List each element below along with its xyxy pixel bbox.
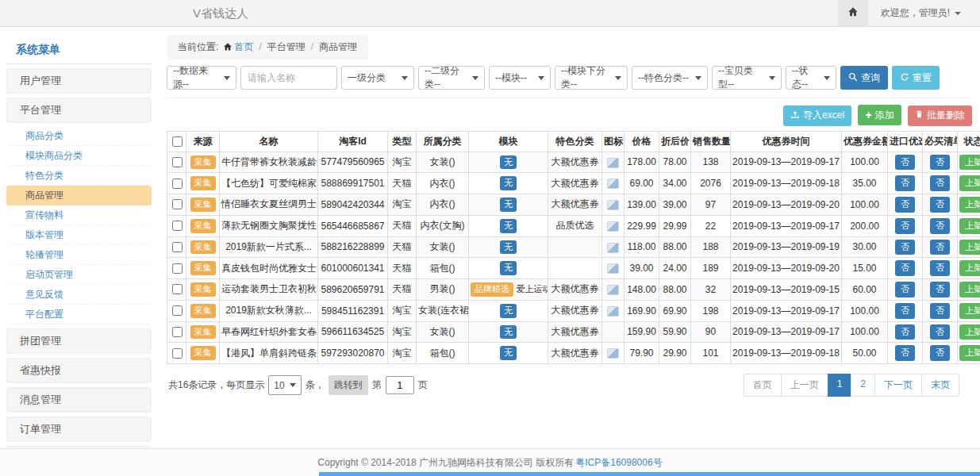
user-menu[interactable]: 欢迎您，管理员!: [868, 6, 980, 20]
module-sub-select[interactable]: --模块下分类--: [555, 66, 628, 90]
module-select[interactable]: --模块--: [489, 66, 551, 90]
row-checkbox[interactable]: [172, 348, 183, 359]
sidebar-subitem[interactable]: 意见反馈: [6, 285, 152, 305]
reset-button[interactable]: 重置: [892, 66, 940, 90]
table-row: 采集 2019新款一片式系... 588216228899 天猫 女装() 无 …: [167, 236, 980, 258]
must-buy-toggle[interactable]: 否: [930, 197, 950, 213]
status-toggle[interactable]: 上架: [959, 240, 980, 255]
type-cell: 淘宝: [388, 343, 417, 364]
feature-category-select[interactable]: --特色分类--: [632, 66, 708, 90]
icon-cell: [602, 194, 625, 216]
must-buy-toggle[interactable]: 否: [930, 324, 950, 340]
import-choice-toggle[interactable]: 否: [895, 324, 915, 340]
must-buy-toggle[interactable]: 否: [930, 345, 950, 361]
row-checkbox[interactable]: [172, 199, 183, 209]
must-buy-toggle[interactable]: 否: [930, 260, 950, 276]
import-choice-toggle[interactable]: 否: [895, 175, 915, 191]
status-toggle[interactable]: 上架: [959, 260, 980, 276]
coupon-time-cell: 2019-09-13—2019-09-17: [731, 300, 842, 321]
must-buy-toggle[interactable]: 否: [930, 175, 950, 191]
sidebar-subitem[interactable]: 模块商品分类: [6, 146, 152, 166]
home-button[interactable]: [838, 0, 868, 26]
status-toggle[interactable]: 上架: [959, 218, 980, 234]
import-excel-button[interactable]: 导入excel: [783, 106, 851, 126]
horizontal-scrollbar-thumb[interactable]: [319, 472, 980, 476]
row-checkbox[interactable]: [172, 305, 183, 316]
icon-cell: [602, 343, 625, 364]
sidebar-subitem[interactable]: 轮播管理: [6, 245, 152, 265]
sidebar-item-user-mgmt[interactable]: 用户管理: [6, 68, 152, 94]
row-checkbox[interactable]: [172, 263, 183, 274]
must-buy-toggle[interactable]: 否: [930, 218, 950, 234]
status-toggle[interactable]: 上架: [959, 324, 980, 340]
page-2-button[interactable]: 2: [851, 374, 875, 397]
sidebar-item[interactable]: 省惠快报: [6, 358, 152, 383]
status-toggle[interactable]: 上架: [959, 155, 980, 171]
row-checkbox[interactable]: [172, 157, 183, 167]
add-button[interactable]: + 添加: [858, 105, 901, 125]
must-buy-toggle[interactable]: 否: [930, 282, 950, 298]
data-source-select[interactable]: --数据来源--: [167, 66, 236, 90]
sidebar-subitem[interactable]: 平台配置: [6, 305, 152, 324]
import-choice-toggle[interactable]: 否: [895, 345, 915, 361]
import-choice-toggle[interactable]: 否: [895, 282, 915, 298]
prev-page-button[interactable]: 上一页: [781, 374, 828, 397]
import-choice-toggle[interactable]: 否: [895, 240, 915, 255]
must-buy-toggle[interactable]: 否: [930, 303, 950, 319]
category2-select[interactable]: --二级分类--: [418, 66, 485, 90]
status-select[interactable]: --状态--: [786, 66, 836, 90]
jump-page-input[interactable]: [386, 376, 414, 394]
import-choice-toggle[interactable]: 否: [895, 303, 915, 319]
column-header: 淘客Id: [318, 131, 388, 152]
batch-delete-button[interactable]: 批量删除: [908, 106, 972, 126]
sidebar-item[interactable]: 订单管理: [6, 416, 152, 442]
sidebar-subitem[interactable]: 宣传物料: [6, 205, 152, 225]
icon-cell: [602, 236, 625, 258]
row-checkbox[interactable]: [172, 284, 183, 294]
status-toggle[interactable]: 上架: [959, 303, 980, 319]
sidebar-subitem[interactable]: 启动页管理: [6, 265, 152, 285]
row-checkbox[interactable]: [172, 242, 183, 252]
breadcrumb-home-link[interactable]: 首页: [234, 41, 253, 52]
last-page-button[interactable]: 末页: [921, 374, 959, 397]
status-toggle[interactable]: 上架: [959, 282, 980, 298]
status-toggle[interactable]: 上架: [959, 197, 980, 213]
sidebar-item-platform-mgmt[interactable]: 平台管理: [6, 98, 152, 123]
select-all-checkbox[interactable]: [172, 136, 183, 147]
first-page-button[interactable]: 首页: [744, 374, 782, 397]
sidebar-item[interactable]: 拼团管理: [6, 328, 152, 354]
taoke-id: 596611634525: [318, 321, 388, 343]
page-1-button[interactable]: 1: [828, 374, 852, 397]
row-checkbox[interactable]: [172, 327, 183, 337]
must-buy-toggle[interactable]: 否: [930, 240, 950, 255]
category-cell: 女装(): [417, 236, 469, 258]
sidebar-item[interactable]: 消息管理: [6, 387, 152, 413]
import-choice-toggle[interactable]: 否: [895, 260, 915, 276]
status-toggle[interactable]: 上架: [959, 345, 980, 361]
row-checkbox[interactable]: [172, 221, 183, 231]
sidebar-subitem[interactable]: 商品管理: [6, 186, 152, 205]
category1-select[interactable]: 一级分类: [341, 66, 414, 90]
sidebar-subitem[interactable]: 商品分类: [6, 126, 152, 146]
item-type-select[interactable]: --宝贝类型--: [712, 66, 782, 90]
source-badge: 采集: [190, 304, 216, 318]
status-toggle[interactable]: 上架: [959, 175, 980, 191]
row-checkbox[interactable]: [172, 178, 183, 189]
sidebar-subitem[interactable]: 版本管理: [6, 225, 152, 245]
per-page-select[interactable]: 10: [268, 375, 301, 395]
must-buy-toggle[interactable]: 否: [930, 155, 950, 171]
icp-link[interactable]: 粤ICP备16098006号: [575, 456, 662, 470]
sidebar-subitem[interactable]: 特色分类: [6, 166, 152, 186]
jump-button[interactable]: 跳转到: [329, 375, 368, 395]
search-button[interactable]: 查询: [840, 66, 888, 90]
sales-cell: 138: [691, 152, 731, 173]
import-choice-toggle[interactable]: 否: [895, 155, 915, 171]
taoke-id: 589620659791: [318, 279, 388, 301]
name-search-input[interactable]: [240, 66, 337, 90]
product-name: 牛仔背带裤女秋装减龄...: [220, 152, 318, 173]
topbar: V省钱达人 欢迎您，管理员!: [0, 0, 980, 27]
import-choice-toggle[interactable]: 否: [895, 197, 915, 213]
next-page-button[interactable]: 下一页: [874, 374, 922, 397]
import-choice-toggle[interactable]: 否: [895, 218, 915, 234]
category-cell: 女装(连衣裙): [417, 300, 469, 321]
